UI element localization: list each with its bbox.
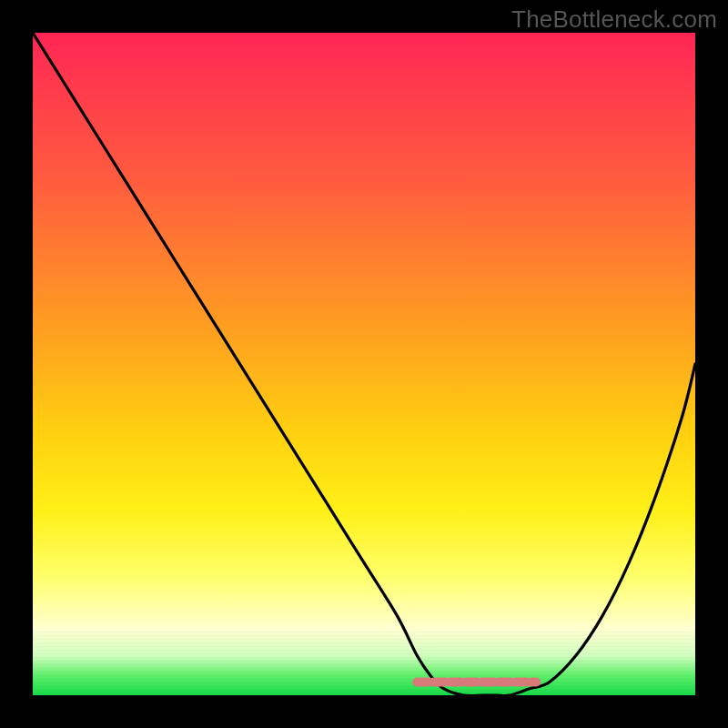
plot-area	[33, 33, 695, 695]
chart-container: TheBottleneck.com	[0, 0, 728, 728]
watermark-text: TheBottleneck.com	[511, 5, 717, 34]
curve-layer	[33, 33, 695, 695]
bottleneck-curve	[33, 33, 695, 695]
